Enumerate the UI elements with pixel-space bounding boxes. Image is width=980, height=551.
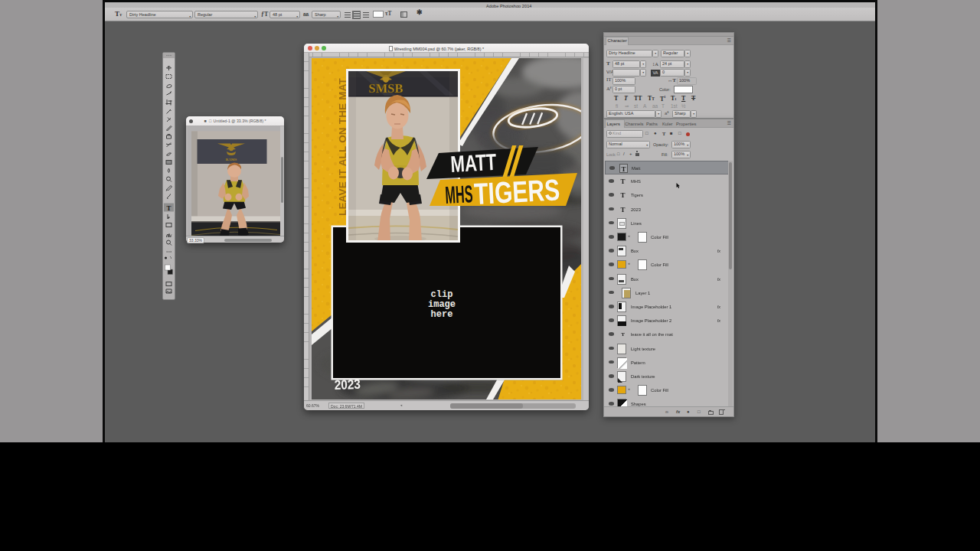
svg-text:MHS: MHS — [444, 180, 473, 208]
svg-text:SMSB: SMSB — [369, 81, 403, 96]
svg-text:RAMS: RAMS — [226, 158, 237, 161]
svg-text:clip: clip — [431, 289, 453, 300]
svg-text:image: image — [428, 299, 456, 310]
svg-text:MATT: MATT — [450, 148, 498, 177]
svg-text:T: T — [166, 204, 171, 212]
svg-text:TIGERS: TIGERS — [473, 172, 560, 210]
svg-text:2023: 2023 — [334, 377, 361, 393]
svg-text:here: here — [431, 309, 453, 320]
